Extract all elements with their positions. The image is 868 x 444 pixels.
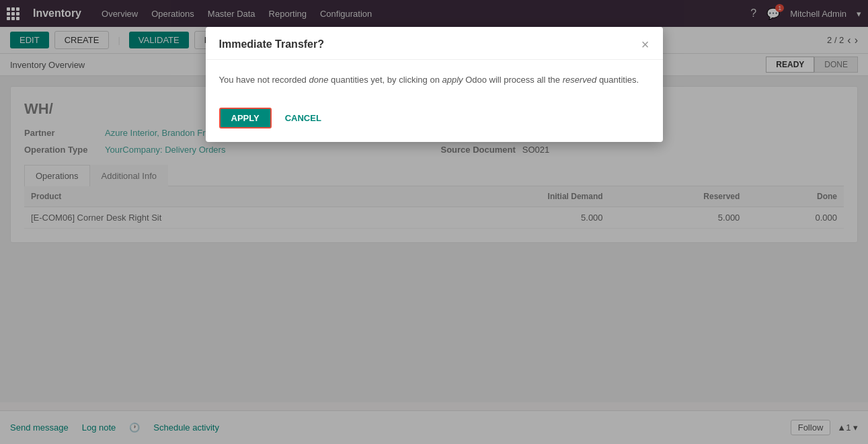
modal-text-done: done bbox=[309, 75, 328, 85]
modal-text-before: You have not recorded bbox=[219, 75, 309, 85]
modal-text-reserved: reserved bbox=[563, 75, 597, 85]
cancel-modal-button[interactable]: CANCEL bbox=[278, 109, 328, 127]
modal-text-middle: quantities yet, by clicking on bbox=[328, 75, 442, 85]
immediate-transfer-modal: Immediate Transfer? × You have not recor… bbox=[206, 27, 663, 142]
modal-text-end: quantities. bbox=[596, 75, 639, 85]
modal-text-after: Odoo will process all the bbox=[463, 75, 563, 85]
modal-message: You have not recorded done quantities ye… bbox=[219, 73, 649, 87]
modal-overlay: Immediate Transfer? × You have not recor… bbox=[0, 0, 868, 402]
modal-header: Immediate Transfer? × bbox=[206, 27, 663, 60]
modal-text-apply: apply bbox=[442, 75, 463, 85]
modal-body: You have not recorded done quantities ye… bbox=[206, 60, 663, 101]
apply-button[interactable]: APPLY bbox=[219, 108, 272, 128]
modal-title: Immediate Transfer? bbox=[219, 38, 325, 50]
modal-close-button[interactable]: × bbox=[641, 38, 649, 51]
modal-footer: APPLY CANCEL bbox=[206, 101, 663, 142]
